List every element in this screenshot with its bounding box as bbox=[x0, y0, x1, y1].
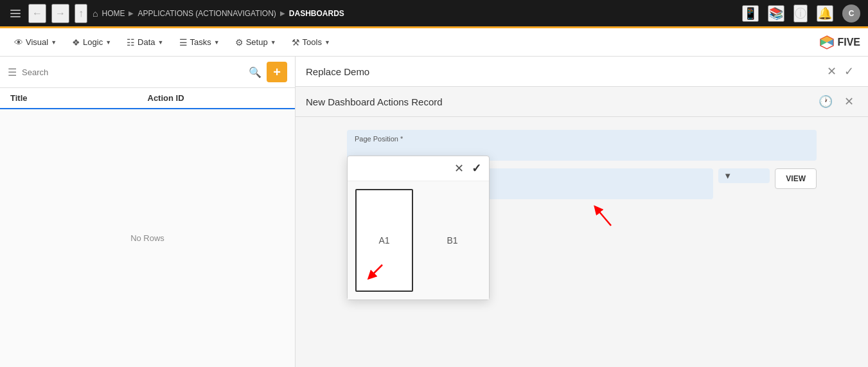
toolbar-visual[interactable]: 👁 Visual ▼ bbox=[8, 33, 63, 51]
record-history-button[interactable]: 🕐 bbox=[815, 93, 837, 110]
popup-close-button[interactable]: ✕ bbox=[454, 161, 464, 175]
toolbar-data[interactable]: ☷ Data ▼ bbox=[120, 33, 170, 51]
arrow-confirm bbox=[585, 200, 624, 232]
bell-icon[interactable]: 🔔 bbox=[817, 5, 833, 22]
logic-caret: ▼ bbox=[105, 39, 111, 46]
back-button[interactable]: ← bbox=[28, 4, 46, 23]
five-logo-icon bbox=[819, 35, 835, 50]
five-logo: FIVE bbox=[819, 35, 860, 50]
visual-caret: ▼ bbox=[51, 39, 57, 46]
view-button[interactable]: VIEW bbox=[775, 168, 817, 189]
menu-icon[interactable] bbox=[8, 7, 23, 20]
grid-icon: ☷ bbox=[127, 37, 135, 48]
toolbar-logic[interactable]: ❖ Logic ▼ bbox=[66, 33, 118, 51]
tools-caret: ▼ bbox=[324, 39, 330, 46]
svg-line-7 bbox=[597, 209, 611, 226]
logic-icon: ❖ bbox=[72, 37, 80, 48]
page-position-label: Page Position * bbox=[355, 135, 809, 143]
toolbar-tools[interactable]: ⚒ Tools ▼ bbox=[285, 33, 337, 51]
sidebar-header: Title Action ID bbox=[0, 88, 295, 109]
no-rows-label: No Rows bbox=[130, 233, 164, 243]
svg-line-5 bbox=[371, 265, 382, 276]
toolbar-setup-label: Setup bbox=[246, 37, 268, 47]
eye-icon: 👁 bbox=[14, 37, 23, 48]
col-title: Title bbox=[10, 93, 148, 103]
support-icon[interactable]: 📱 bbox=[742, 5, 759, 22]
up-button[interactable]: ↑ bbox=[75, 4, 87, 23]
cell-a1-label: A1 bbox=[378, 235, 389, 246]
nav-right: 📱 📚 ⓘ 🔔 C bbox=[742, 4, 860, 22]
toolbar-data-label: Data bbox=[137, 37, 155, 47]
main-content: ☰ 🔍 + Title Action ID No Rows Replace De… bbox=[0, 57, 868, 367]
sidebar-body: No Rows bbox=[0, 109, 295, 367]
toolbar-visual-label: Visual bbox=[26, 37, 48, 47]
tools-icon: ⚒ bbox=[292, 37, 300, 48]
sidebar: ☰ 🔍 + Title Action ID No Rows bbox=[0, 57, 296, 367]
arrow-a1 bbox=[363, 258, 389, 284]
replace-demo-title: Replace Demo bbox=[306, 66, 823, 77]
col-action-id: Action ID bbox=[148, 93, 285, 103]
replace-demo-header: Replace Demo ✕ ✓ bbox=[296, 57, 868, 87]
toolbar-left: 👁 Visual ▼ ❖ Logic ▼ ☷ Data ▼ ☰ Tasks ▼ … bbox=[8, 33, 337, 51]
toolbar-tools-label: Tools bbox=[303, 37, 322, 47]
secondary-toolbar: 👁 Visual ▼ ❖ Logic ▼ ☷ Data ▼ ☰ Tasks ▼ … bbox=[0, 28, 868, 57]
breadcrumb-dashboards[interactable]: DASHBOARDS bbox=[289, 9, 344, 18]
help-icon[interactable]: ⓘ bbox=[793, 4, 808, 22]
filter-icon: ☰ bbox=[8, 66, 17, 78]
home-icon: ⌂ bbox=[93, 8, 98, 19]
position-popup: ✕ ✓ A1 bbox=[347, 156, 490, 300]
breadcrumb-applications[interactable]: APPLICATIONS (ACTIONNAVIGATION) bbox=[137, 9, 276, 18]
page-position-value bbox=[355, 144, 809, 156]
avatar[interactable]: C bbox=[842, 4, 860, 22]
position-grid: A1 B1 bbox=[348, 181, 489, 300]
list-icon: ☰ bbox=[179, 37, 188, 48]
top-navbar: ← → ↑ ⌂ HOME ▶ APPLICATIONS (ACTIONNAVIG… bbox=[0, 0, 868, 28]
toolbar-logic-label: Logic bbox=[83, 37, 103, 47]
right-panel: Replace Demo ✕ ✓ New Dashboard Actions R… bbox=[296, 57, 868, 367]
chevron-icon-2: ▶ bbox=[280, 10, 285, 17]
record-title: New Dashboard Actions Record bbox=[306, 96, 815, 107]
breadcrumb: ⌂ HOME ▶ APPLICATIONS (ACTIONNAVIGATION)… bbox=[93, 8, 737, 19]
record-header: New Dashboard Actions Record 🕐 ✕ bbox=[296, 87, 868, 117]
five-logo-text: FIVE bbox=[837, 37, 860, 48]
toolbar-tasks[interactable]: ☰ Tasks ▼ bbox=[173, 33, 226, 51]
breadcrumb-home[interactable]: HOME bbox=[102, 9, 125, 18]
data-caret: ▼ bbox=[158, 39, 164, 46]
sidebar-search-bar: ☰ 🔍 + bbox=[0, 57, 295, 88]
search-input[interactable] bbox=[22, 67, 244, 77]
cell-b1-label: B1 bbox=[447, 235, 457, 246]
popup-confirm-button[interactable]: ✓ bbox=[472, 161, 481, 175]
setup-caret: ▼ bbox=[270, 39, 276, 46]
form-area: Page Position * Action * ▼ VIEW ✕ ✓ bbox=[296, 117, 868, 367]
gear-icon: ⚙ bbox=[235, 37, 244, 48]
record-actions: 🕐 ✕ bbox=[815, 93, 858, 110]
replace-demo-close-button[interactable]: ✕ bbox=[823, 63, 840, 80]
forward-button[interactable]: → bbox=[51, 4, 69, 23]
add-button[interactable]: + bbox=[267, 62, 287, 82]
chevron-icon-1: ▶ bbox=[128, 10, 134, 17]
library-icon[interactable]: 📚 bbox=[768, 5, 784, 22]
tasks-caret: ▼ bbox=[214, 39, 220, 46]
replace-demo-confirm-button[interactable]: ✓ bbox=[840, 63, 858, 80]
record-close-button[interactable]: ✕ bbox=[840, 93, 858, 110]
search-icon[interactable]: 🔍 bbox=[249, 66, 261, 78]
toolbar-tasks-label: Tasks bbox=[190, 37, 211, 47]
toolbar-setup[interactable]: ⚙ Setup ▼ bbox=[229, 33, 283, 51]
action-dropdown-arrow: ▼ bbox=[723, 171, 732, 181]
position-cell-a1[interactable]: A1 bbox=[355, 189, 413, 292]
popup-header: ✕ ✓ bbox=[348, 156, 489, 181]
position-cell-b1[interactable]: B1 bbox=[423, 189, 481, 292]
